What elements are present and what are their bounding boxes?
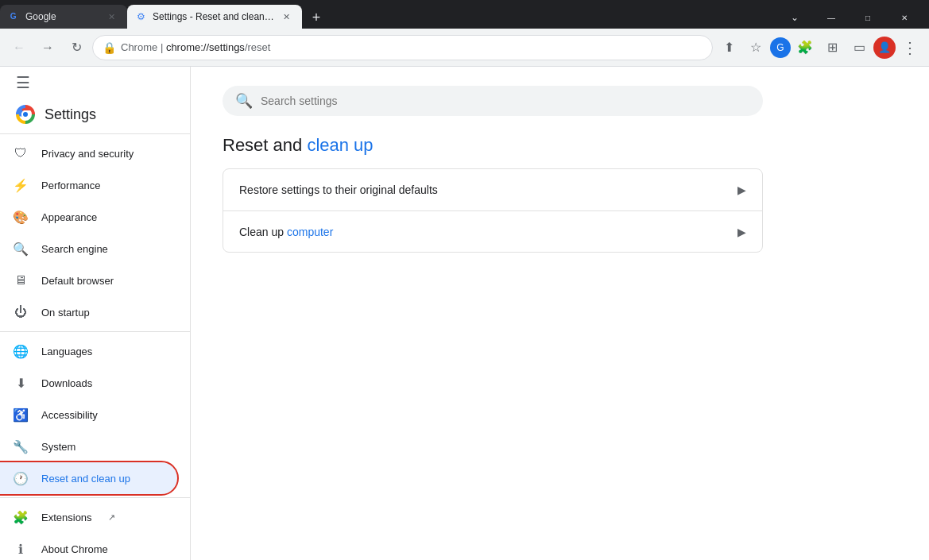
address-domain: Chrome | chrome://settings/reset (121, 41, 270, 53)
about-icon: ℹ (13, 541, 29, 557)
profile-circle[interactable]: G (770, 37, 791, 58)
svg-text:G: G (10, 12, 17, 21)
sidebar-item-extensions-label: Extensions (41, 512, 92, 523)
tab-google-title: Google (25, 11, 100, 22)
search-bar[interactable]: 🔍 (223, 86, 763, 116)
sidebar-item-appearance-label: Appearance (41, 211, 97, 223)
sidebar-divider-top (0, 133, 190, 134)
sidebar-item-privacy-label: Privacy and security (41, 148, 134, 160)
sidebar-item-downloads[interactable]: ⬇ Downloads (0, 367, 177, 399)
forward-button[interactable]: → (35, 35, 60, 60)
sidebar-divider-bottom (0, 497, 190, 498)
toolbar: ← → ↻ 🔒 Chrome | chrome://settings/reset… (0, 29, 929, 67)
extensions-button[interactable]: ⊞ (819, 35, 845, 60)
clean-up-row[interactable]: Clean up computer ▶ (223, 210, 762, 252)
default-browser-icon: 🖥 (13, 272, 29, 288)
chrome-logo (16, 105, 35, 124)
clean-up-label: Clean up computer (239, 226, 333, 238)
toolbar-right: ⬆ ☆ G 🧩 ⊞ ▭ 👤 ⋮ (716, 35, 923, 60)
reset-icon: 🕐 (13, 470, 29, 486)
sidebar-item-on-startup-label: On startup (41, 307, 90, 319)
heading-part2: clean up (307, 135, 373, 155)
page-heading: Reset and clean up (223, 135, 897, 156)
appearance-icon: 🎨 (13, 209, 29, 225)
downloads-icon: ⬇ (13, 375, 29, 391)
clean-up-arrow: ▶ (737, 226, 746, 238)
sidebar-item-languages-label: Languages (41, 346, 92, 357)
extensions-puzzle-button[interactable]: 🧩 (792, 35, 818, 60)
menu-button[interactable]: ⋮ (897, 35, 923, 60)
maximize-button[interactable]: □ (850, 6, 886, 29)
tab-google-favicon: G (10, 11, 21, 22)
search-input[interactable] (261, 95, 750, 107)
restore-settings-arrow: ▶ (737, 183, 746, 196)
address-bar[interactable]: 🔒 Chrome | chrome://settings/reset (92, 35, 713, 60)
tab-settings[interactable]: ⚙ Settings - Reset and clean up ✕ (127, 5, 302, 29)
sidebar-item-search-engine[interactable]: 🔍 Search engine (0, 233, 177, 265)
tab-google[interactable]: G Google ✕ (0, 5, 127, 29)
privacy-icon: 🛡 (13, 145, 29, 161)
sidebar-item-about-label: About Chrome (41, 543, 108, 555)
sidebar-item-performance-label: Performance (41, 180, 100, 191)
settings-title: Settings (45, 106, 96, 123)
search-engine-icon: 🔍 (13, 241, 29, 257)
extensions-icon: 🧩 (13, 509, 29, 525)
external-link-icon: ↗ (108, 512, 115, 523)
tab-dropdown-button[interactable]: ⌄ (776, 6, 813, 29)
svg-point-6 (23, 112, 28, 117)
title-bar: G Google ✕ ⚙ Settings - Reset and clean … (0, 0, 929, 29)
main-content: 🔍 Reset and clean up Restore settings to… (191, 67, 929, 560)
window-controls: ⌄ — □ ✕ (770, 6, 929, 29)
restore-settings-row[interactable]: Restore settings to their original defau… (223, 169, 762, 210)
sidebar-item-languages[interactable]: 🌐 Languages (0, 335, 177, 367)
address-secure-icon: 🔒 (103, 41, 116, 54)
sidebar-item-accessibility[interactable]: ♿ Accessibility (0, 399, 177, 431)
sidebar-item-about[interactable]: ℹ About Chrome (0, 533, 177, 560)
search-icon: 🔍 (235, 92, 253, 110)
settings-body: ☰ (0, 67, 929, 560)
sidebar-item-downloads-label: Downloads (41, 377, 92, 389)
tab-google-close[interactable]: ✕ (105, 10, 118, 23)
restore-settings-label: Restore settings to their original defau… (239, 183, 438, 196)
sidebar-item-accessibility-label: Accessibility (41, 409, 98, 421)
bookmark-button[interactable]: ☆ (743, 35, 768, 60)
clean-up-label-part1: Clean up (239, 226, 287, 238)
clean-up-label-link: computer (287, 226, 333, 238)
sidebar-item-reset-label: Reset and clean up (41, 473, 130, 485)
sidebar-item-extensions[interactable]: 🧩 Extensions ↗ (0, 501, 177, 533)
sidebar-item-default-browser-label: Default browser (41, 275, 114, 287)
user-profile-button[interactable]: 👤 (873, 37, 896, 59)
sidebar-item-on-startup[interactable]: ⏻ On startup (0, 296, 177, 328)
sidebar-item-system[interactable]: 🔧 System (0, 431, 177, 462)
minimize-button[interactable]: — (813, 6, 850, 29)
browser-frame: G Google ✕ ⚙ Settings - Reset and clean … (0, 0, 929, 560)
tab-settings-close[interactable]: ✕ (280, 10, 292, 23)
back-button[interactable]: ← (6, 35, 32, 60)
tab-strip: G Google ✕ ⚙ Settings - Reset and clean … (0, 5, 770, 29)
reload-button[interactable]: ↻ (64, 35, 89, 60)
sidebar-item-performance[interactable]: ⚡ Performance (0, 169, 177, 201)
sidebar-item-reset[interactable]: 🕐 Reset and clean up (0, 462, 177, 494)
tab-settings-favicon: ⚙ (137, 11, 148, 22)
system-icon: 🔧 (13, 438, 29, 454)
settings-card: Restore settings to their original defau… (223, 168, 763, 253)
sidebar-divider-middle (0, 331, 190, 332)
accessibility-icon: ♿ (13, 407, 29, 423)
sidebar-item-appearance[interactable]: 🎨 Appearance (0, 201, 177, 233)
new-tab-button[interactable]: + (305, 6, 327, 29)
heading-part1: Reset and (223, 135, 307, 155)
languages-icon: 🌐 (13, 343, 29, 359)
close-button[interactable]: ✕ (886, 6, 923, 29)
sidebar-button[interactable]: ▭ (846, 35, 872, 60)
sidebar: ☰ (0, 67, 191, 560)
sidebar-item-default-browser[interactable]: 🖥 Default browser (0, 265, 177, 296)
on-startup-icon: ⏻ (13, 304, 29, 320)
performance-icon: ⚡ (13, 177, 29, 193)
sidebar-item-search-engine-label: Search engine (41, 243, 108, 255)
sidebar-item-privacy[interactable]: 🛡 Privacy and security (0, 137, 177, 169)
sidebar-item-system-label: System (41, 441, 75, 453)
sidebar-header[interactable]: Settings (0, 95, 190, 130)
share-button[interactable]: ⬆ (716, 35, 741, 60)
sidebar-collapse-button[interactable]: ☰ (0, 73, 190, 95)
address-path: /reset (245, 41, 271, 53)
